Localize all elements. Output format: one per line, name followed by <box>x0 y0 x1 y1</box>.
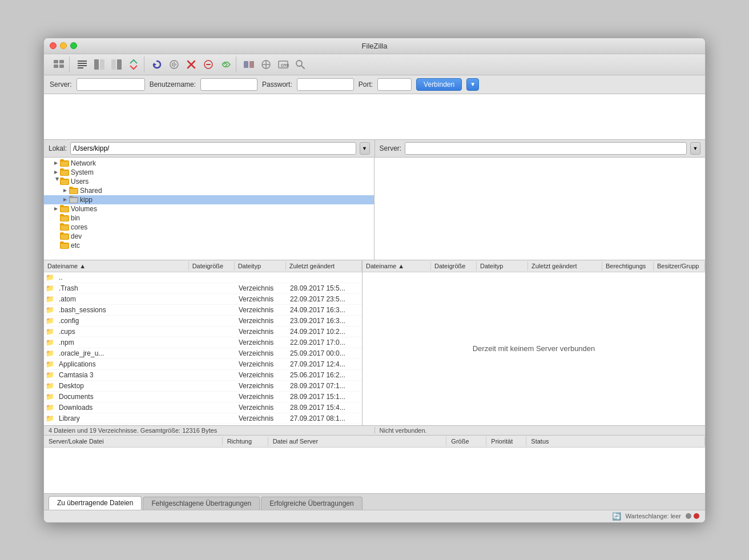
file-name-npm: .npm <box>57 338 191 347</box>
sync-browse-button[interactable] <box>258 57 274 72</box>
port-input[interactable] <box>377 78 412 91</box>
col-header-size[interactable]: Dateigröße <box>189 261 235 271</box>
queue-col-dir[interactable]: Richtung <box>223 437 268 446</box>
file-date-desktop: 28.09.2017 07:1... <box>288 381 362 390</box>
password-input[interactable] <box>297 78 354 91</box>
file-row-dotdot[interactable]: 📁 .. <box>44 272 362 283</box>
tree-item-bin[interactable]: ▶ bin <box>44 213 374 223</box>
tree-item-volumes[interactable]: ▶ Volumes <box>44 204 374 213</box>
file-row-bash-sessions[interactable]: 📁 .bash_sessions Verzeichnis 24.09.2017 … <box>44 305 362 316</box>
queue-col-size[interactable]: Größe <box>446 437 486 446</box>
folder-icon-atom: 📁 <box>46 295 55 303</box>
disconnect-button[interactable] <box>183 57 199 72</box>
site-manager-button[interactable] <box>51 57 67 72</box>
remote-col-header-name[interactable]: Dateiname ▲ <box>363 261 431 271</box>
local-path-input[interactable] <box>70 142 356 155</box>
file-date-library: 27.09.2017 08:1... <box>288 414 362 423</box>
tree-label-shared: Shared <box>80 187 102 195</box>
toggle-remote-tree-button[interactable] <box>108 57 124 72</box>
local-file-header: Dateiname ▲ Dateigröße Dateityp Zuletzt … <box>44 260 362 272</box>
file-name-dotdot: .. <box>57 273 191 282</box>
cancel-button[interactable] <box>200 57 216 72</box>
search-button[interactable] <box>292 57 308 72</box>
svg-rect-2 <box>54 65 58 68</box>
tree-label-cores: cores <box>71 223 87 231</box>
tree-arrow-shared: ▶ <box>61 187 69 195</box>
file-type-applications: Verzeichnis <box>236 360 288 369</box>
file-date-config: 23.09.2017 16:3... <box>288 316 362 325</box>
queue-col-prio[interactable]: Priorität <box>486 437 526 446</box>
file-row-library[interactable]: 📁 Library Verzeichnis 27.09.2017 08:1... <box>44 413 362 424</box>
remote-col-header-perms[interactable]: Berechtigungs <box>602 261 654 271</box>
toggle-log-button[interactable] <box>74 57 90 72</box>
tab-queued[interactable]: Zu übertragende Dateien <box>49 496 142 510</box>
tree-item-dev[interactable]: ▶ dev <box>44 232 374 241</box>
file-type-cups: Verzeichnis <box>236 327 288 336</box>
file-row-documents[interactable]: 📁 Documents Verzeichnis 28.09.2017 15:1.… <box>44 392 362 402</box>
pane-headers: Lokal: ▼ Server: ▼ <box>44 140 705 158</box>
file-row-npm[interactable]: 📁 .npm Verzeichnis 22.09.2017 17:0... <box>44 337 362 348</box>
tree-item-shared[interactable]: ▶ Shared <box>44 186 374 195</box>
tree-item-kipp[interactable]: ▶ kipp <box>44 195 374 204</box>
tree-item-system[interactable]: ▶ System <box>44 168 374 177</box>
tab-failed[interactable]: Fehlgeschlagene Übertragungen <box>143 497 260 510</box>
file-row-oracle[interactable]: 📁 .oracle_jre_u... Verzeichnis 25.09.201… <box>44 348 362 359</box>
filezilla-window: FileZilla <box>43 38 706 523</box>
refresh-button[interactable] <box>149 57 165 72</box>
local-path-dropdown[interactable]: ▼ <box>360 142 370 155</box>
local-tree-pane[interactable]: ▶ Network ▶ System ▶ Users ▶ Shared <box>44 158 374 260</box>
maximize-button[interactable] <box>70 42 77 49</box>
file-type-desktop: Verzeichnis <box>236 381 288 390</box>
col-header-date[interactable]: Zuletzt geändert <box>286 261 362 271</box>
file-row-trash[interactable]: 📁 .Trash Verzeichnis 28.09.2017 15:5... <box>44 283 362 294</box>
queue-col-status[interactable]: Status <box>526 437 705 446</box>
queue-col-remote[interactable]: Datei auf Server <box>268 437 447 446</box>
file-row-atom[interactable]: 📁 .atom Verzeichnis 22.09.2017 23:5... <box>44 294 362 305</box>
remote-col-header-owner[interactable]: Besitzer/Grupp <box>654 261 705 271</box>
remote-path-input[interactable] <box>405 142 687 155</box>
username-input[interactable] <box>200 78 257 91</box>
tree-label-volumes: Volumes <box>71 205 97 213</box>
file-row-desktop[interactable]: 📁 Desktop Verzeichnis 28.09.2017 07:1... <box>44 381 362 392</box>
queue-col-file[interactable]: Server/Lokale Datei <box>44 437 223 446</box>
connect-dropdown-button[interactable]: ▼ <box>466 78 479 91</box>
file-row-config[interactable]: 📁 .config Verzeichnis 23.09.2017 16:3... <box>44 316 362 327</box>
svg-rect-4 <box>78 61 87 62</box>
connect-button[interactable]: Verbinden <box>416 78 462 91</box>
tree-label-users: Users <box>71 178 88 186</box>
col-header-type[interactable]: Dateityp <box>235 261 286 271</box>
toggle-local-tree-button[interactable] <box>91 57 107 72</box>
tree-item-cores[interactable]: ▶ cores <box>44 223 374 232</box>
tree-label-kipp: kipp <box>80 196 92 204</box>
remote-col-header-type[interactable]: Dateityp <box>477 261 528 271</box>
remote-col-header-date[interactable]: Zuletzt geändert <box>528 261 602 271</box>
tree-item-etc[interactable]: ▶ etc <box>44 241 374 250</box>
transfer-queue-button[interactable] <box>126 57 142 72</box>
tab-success[interactable]: Erfolgreiche Übertragungen <box>261 497 362 510</box>
compare-button[interactable] <box>241 57 257 72</box>
main-panes: ▶ Network ▶ System ▶ Users ▶ Shared <box>44 158 705 260</box>
tree-item-users[interactable]: ▶ Users <box>44 177 374 186</box>
cmd-button[interactable]: cmd <box>275 57 291 72</box>
tab-bar: Zu übertragende Dateien Fehlgeschlagene … <box>44 493 705 510</box>
status-bars: 4 Dateien und 19 Verzeichnisse. Gesamtgr… <box>44 426 705 436</box>
file-row-applications[interactable]: 📁 Applications Verzeichnis 27.09.2017 12… <box>44 359 362 370</box>
bottom-status-bar: 🔄 Warteschlange: leer <box>44 510 705 522</box>
file-type-bash-sessions: Verzeichnis <box>236 305 288 315</box>
file-row-camtasia[interactable]: 📁 Camtasia 3 Verzeichnis 25.06.2017 16:2… <box>44 370 362 381</box>
minimize-button[interactable] <box>60 42 67 49</box>
file-row-downloads[interactable]: 📁 Downloads Verzeichnis 28.09.2017 15:4.… <box>44 402 362 413</box>
server-input[interactable] <box>76 78 145 91</box>
file-row-cups[interactable]: 📁 .cups Verzeichnis 24.09.2017 10:2... <box>44 327 362 337</box>
col-header-name[interactable]: Dateiname ▲ <box>44 261 189 271</box>
remote-path-dropdown[interactable]: ▼ <box>690 142 700 155</box>
server-label: Server: <box>50 80 72 88</box>
status-dots <box>686 513 699 519</box>
filter-button[interactable] <box>166 57 182 72</box>
tree-item-network[interactable]: ▶ Network <box>44 159 374 168</box>
remote-col-header-size[interactable]: Dateigröße <box>431 261 477 271</box>
file-name-trash: .Trash <box>57 284 191 293</box>
reconnect-button[interactable] <box>218 57 233 72</box>
remote-file-header: Dateiname ▲ Dateigröße Dateityp Zuletzt … <box>363 260 705 272</box>
close-button[interactable] <box>50 42 57 49</box>
